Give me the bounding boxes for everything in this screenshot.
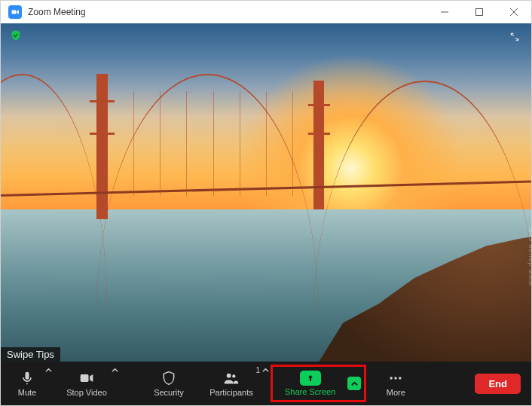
participants-label: Participants [209, 388, 252, 397]
shield-icon [161, 370, 176, 386]
svg-rect-2 [476, 9, 483, 16]
background-scene [1, 23, 531, 362]
svg-rect-0 [12, 11, 17, 14]
svg-point-8 [399, 377, 401, 379]
video-options-chevron-icon[interactable] [112, 366, 118, 375]
mute-button[interactable]: Mute [1, 362, 54, 405]
share-screen-button[interactable]: Share Screen [274, 368, 346, 398]
close-button[interactable] [497, 1, 531, 23]
stop-video-button[interactable]: Stop Video [54, 362, 120, 405]
participants-count: 1 [255, 366, 260, 374]
stop-video-label: Stop Video [66, 388, 107, 397]
share-screen-label: Share Screen [285, 387, 335, 396]
svg-point-7 [395, 377, 397, 379]
meeting-toolbar: Mute Stop Video Security 1 Participants [1, 362, 531, 405]
end-button[interactable]: End [475, 374, 521, 394]
app-window: Zoom Meeting [0, 0, 532, 406]
svg-rect-1 [441, 12, 448, 13]
participants-options-chevron-icon[interactable] [262, 366, 269, 375]
video-camera-icon [79, 370, 94, 386]
titlebar: Zoom Meeting [1, 1, 531, 23]
svg-point-5 [232, 374, 235, 377]
share-screen-options-button[interactable] [346, 368, 362, 398]
minimize-button[interactable] [427, 1, 462, 23]
mute-options-chevron-icon[interactable] [45, 366, 52, 375]
zoom-app-icon [8, 5, 22, 19]
participants-icon [224, 370, 239, 386]
swipe-tips-label: Swipe Tips [1, 347, 60, 362]
window-title: Zoom Meeting [28, 7, 86, 17]
more-dots-icon [388, 370, 403, 386]
microphone-icon [20, 370, 35, 386]
svg-rect-3 [81, 374, 89, 382]
maximize-button[interactable] [462, 1, 497, 23]
svg-point-6 [390, 377, 393, 379]
chevron-up-icon [347, 377, 361, 390]
participants-button[interactable]: 1 Participants [195, 362, 268, 405]
video-area: www.deuag.com Swipe Tips [1, 23, 531, 362]
security-button[interactable]: Security [142, 362, 195, 405]
share-screen-highlight: Share Screen [271, 365, 366, 402]
share-arrow-up-icon [300, 371, 321, 386]
mute-label: Mute [18, 388, 36, 397]
fullscreen-button[interactable] [506, 28, 524, 46]
watermark-text: www.deuag.com [527, 226, 531, 285]
more-label: More [387, 388, 405, 397]
security-label: Security [154, 388, 184, 397]
svg-point-4 [227, 374, 231, 378]
encryption-shield-icon[interactable] [8, 28, 23, 43]
more-button[interactable]: More [369, 362, 422, 405]
